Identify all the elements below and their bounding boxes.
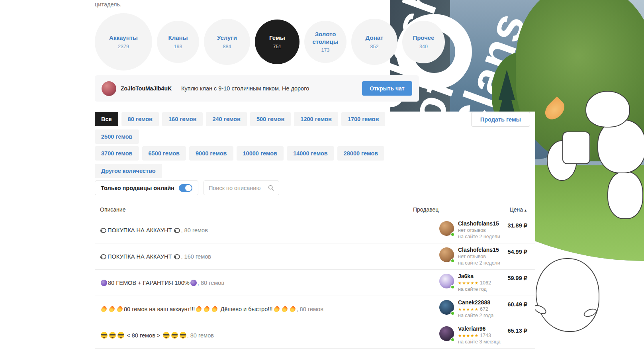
table-row[interactable]: ПОКУПКА НА АККАУНТ , 160 гемовClashofcla… <box>95 243 535 270</box>
fire-emoji <box>116 306 123 312</box>
category-count: 2379 <box>118 44 129 49</box>
filter-chip[interactable]: 240 гемов <box>206 112 247 126</box>
list-controls: Только продавцы онлайн <box>95 180 535 195</box>
description-text: Дёшево и быстро!!! <box>219 306 272 312</box>
rating-stars-icon: ★★★★★ <box>458 307 479 312</box>
listing-price: 54.99 ₽ <box>507 249 527 255</box>
sketch-barrel <box>562 131 590 164</box>
sketch-boar-head <box>536 258 599 332</box>
filter-chip[interactable]: 80 гемов <box>121 112 159 126</box>
category-count: 173 <box>321 47 330 53</box>
header-price-label: Цена <box>509 206 523 213</box>
table-row[interactable]: 80 гемов на ваш аккаунт!!! Дёшево и быст… <box>95 296 535 322</box>
category-count: 751 <box>273 44 282 49</box>
category-circle-2[interactable]: Кланы193 <box>157 21 199 63</box>
category-circle-7[interactable]: Прочее340 <box>402 21 445 63</box>
seller-avatar <box>439 221 454 236</box>
speech-bubble-emoji <box>174 228 180 233</box>
quantity-suffix: , 80 гемов <box>297 306 323 312</box>
filter-chip[interactable]: 6500 гемов <box>142 146 186 161</box>
quantity-suffix: , 80 гемов <box>187 332 214 339</box>
search-input[interactable] <box>209 185 268 191</box>
sketch-rider-body <box>597 120 644 173</box>
filter-chip[interactable]: 1700 гемов <box>341 112 386 126</box>
filter-chip[interactable]: Другое количество <box>95 164 162 178</box>
filter-chip[interactable]: 2500 гемов <box>95 129 139 144</box>
online-indicator <box>450 311 455 316</box>
filter-chip[interactable]: 14000 гемов <box>287 146 334 161</box>
category-label: Аккаунты <box>100 34 147 42</box>
open-chat-button[interactable]: Открыть чат <box>362 81 412 96</box>
toggle-switch[interactable] <box>179 184 192 192</box>
cool-face-emoji <box>163 332 170 339</box>
category-label: Кланы <box>161 34 196 42</box>
online-indicator <box>450 337 455 342</box>
listing-description: ПОКУПКА НА АККАУНТ , 80 гемов <box>100 227 439 233</box>
category-circle-6[interactable]: Донат852 <box>351 19 397 65</box>
listing-description: 80 ГЕМОВ + ГАРАНТИЯ 100%, 80 гемов <box>100 280 439 286</box>
seller-info: Clashofclans15нет отзывовна сайте 2 неде… <box>458 247 500 267</box>
category-circle-5[interactable]: Золото столицы173 <box>304 21 346 63</box>
intro-text: цитадель. <box>95 1 535 8</box>
seller-name: Clashofclans15 <box>458 220 500 227</box>
fire-emoji <box>100 306 108 312</box>
seller-name: Valerian96 <box>458 325 501 333</box>
fire-emoji <box>281 306 288 312</box>
seller-avatar <box>439 274 454 288</box>
category-label: Прочее <box>406 34 441 42</box>
description-text: < 80 гемов > <box>125 332 162 339</box>
seller-rating: нет отзывов <box>458 227 500 233</box>
fire-emoji <box>195 306 203 312</box>
quantity-suffix: , 80 гемов <box>198 280 224 286</box>
seller-avatar <box>439 247 454 262</box>
header-price-sort[interactable]: Цена▲ <box>501 206 527 213</box>
description-text: 80 ГЕМОВ + ГАРАНТИЯ 100% <box>108 280 190 286</box>
table-row[interactable]: ПОКУПКА НА АККАУНТ , 80 гемовClashofclan… <box>95 217 535 243</box>
online-indicator <box>450 232 455 237</box>
seller-tenure: на сайте 2 года <box>458 312 493 319</box>
cool-face-emoji <box>180 332 186 339</box>
seller-info: Valerian96★★★★★1743на сайте 3 месяца <box>458 325 501 345</box>
listing-price: 65.13 ₽ <box>507 327 527 334</box>
seller-rating: нет отзывов <box>458 253 500 260</box>
category-label: Золото столицы <box>308 31 343 46</box>
online-sellers-toggle[interactable]: Только продавцы онлайн <box>95 180 198 195</box>
listings-panel: Все80 гемов160 гемов240 гемов500 гемов12… <box>95 112 535 349</box>
rating-stars-icon: ★★★★★ <box>458 333 479 338</box>
rating-count: 1062 <box>480 280 491 286</box>
filter-chips-row-2: 3700 гемов6500 гемов9000 гемов10000 гемо… <box>95 146 409 178</box>
filter-chip[interactable]: 160 гемов <box>162 112 203 126</box>
banner-avatar <box>102 81 116 96</box>
category-circle-4[interactable]: Гемы751 <box>255 20 299 64</box>
quantity-filters: Все80 гемов160 гемов240 гемов500 гемов12… <box>95 112 535 178</box>
listing-price: 59.99 ₽ <box>507 275 527 281</box>
rating-count: 672 <box>480 306 488 312</box>
listing-description: 80 гемов на ваш аккаунт!!! Дёшево и быст… <box>100 306 439 312</box>
filter-chip[interactable]: 9000 гемов <box>189 146 233 161</box>
speech-bubble-emoji <box>174 254 180 259</box>
filter-chip[interactable]: 1200 гемов <box>294 112 338 126</box>
listing-description: ПОКУПКА НА АККАУНТ , 160 гемов <box>100 253 439 260</box>
sketch-boar <box>536 258 599 332</box>
seller-rating: ★★★★★1743 <box>458 332 501 339</box>
cool-face-emoji <box>101 332 108 339</box>
speech-bubble-emoji <box>100 228 106 233</box>
category-circle-1[interactable]: Аккаунты2379 <box>95 13 152 71</box>
rating-count: нет отзывов <box>458 254 486 259</box>
seller-rating: ★★★★★672 <box>458 306 493 312</box>
category-circle-3[interactable]: Услуги884 <box>204 19 250 65</box>
sketch-rider-helmet <box>585 91 630 127</box>
filter-chip[interactable]: 3700 гемов <box>95 146 139 161</box>
seller-name: Canek22888 <box>458 299 493 306</box>
sell-gems-button[interactable]: Продать гемы <box>471 112 530 127</box>
table-row[interactable]: 80 ГЕМОВ + ГАРАНТИЯ 100%, 80 гемовJa6ka★… <box>95 270 535 296</box>
main-content: цитадель. Аккаунты2379Кланы193Услуги884Г… <box>95 0 535 349</box>
filter-chip[interactable]: 28000 гемов <box>337 146 385 161</box>
category-count: 884 <box>223 44 231 49</box>
filter-chip[interactable]: Все <box>95 112 118 126</box>
filter-chip[interactable]: 10000 гемов <box>237 146 284 161</box>
table-row[interactable]: < 80 гемов > , 80 гемовValerian96★★★★★17… <box>95 322 535 349</box>
fire-emoji <box>108 306 115 312</box>
filter-chip[interactable]: 500 гемов <box>250 112 291 126</box>
quantity-suffix: , 80 гемов <box>181 227 208 233</box>
